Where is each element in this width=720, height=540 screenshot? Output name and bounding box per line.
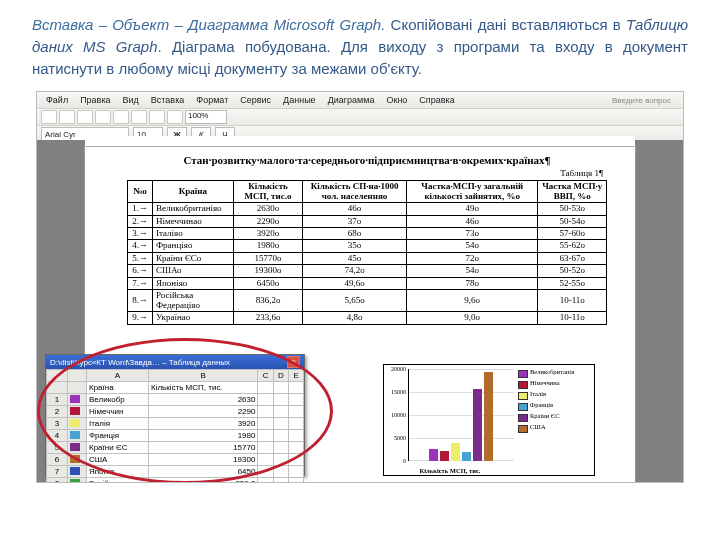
ds-row[interactable]: 3Італія3920 [47,418,304,430]
ds-row[interactable]: 6США19300 [47,454,304,466]
chart-ytick: 5000 [384,435,408,441]
table-header: №о [128,181,153,203]
chart-ytick: 20000 [384,366,408,372]
chart-ytick: 15000 [384,389,408,395]
table-header: Частка МСП·у ВВП, %о [538,181,607,203]
chart-bar [484,372,493,461]
row-color-icon [70,431,80,439]
legend-item: Великобританія [518,369,592,378]
row-color-icon [70,395,80,403]
undo-icon[interactable] [167,110,183,124]
copy-icon[interactable] [131,110,147,124]
ms-graph-chart[interactable]: 05000100001500020000 Кількість МСП, тис.… [383,364,595,476]
ds-col-header[interactable]: E [289,370,304,382]
legend-swatch-icon [518,370,528,378]
datasheet-titlebar: D:\dist\Курс«КТ Word\Завда… – Таблица да… [46,355,304,369]
legend-swatch-icon [518,381,528,389]
save-icon[interactable] [77,110,93,124]
ds-cell[interactable]: Кількість МСП, тис. [149,382,258,394]
close-icon[interactable]: × [287,356,300,368]
menu-view[interactable]: Вид [120,94,142,106]
menu-insert[interactable]: Вставка [148,94,187,106]
row-color-icon [70,407,80,415]
ds-row[interactable]: 2Німеччин2290 [47,406,304,418]
table-row: 2.→Німеччинао2290о37о46о50-54о [128,215,607,227]
chart-bar [473,389,482,462]
chart-bar [451,443,460,461]
row-color-icon [70,467,80,475]
ds-cell[interactable] [68,382,87,394]
ds-cell[interactable] [258,382,273,394]
legend-swatch-icon [518,403,528,411]
menu-window[interactable]: Окно [383,94,410,106]
chart-ytick: 0 [384,458,408,464]
menu-chart[interactable]: Диаграмма [325,94,378,106]
ds-col-header[interactable]: A [87,370,149,382]
table-row: 7.→Японіяо6450о49,6о78о52-55о [128,277,607,289]
legend-swatch-icon [518,425,528,433]
chart-bar [462,452,471,461]
zoom-select[interactable]: 100% [185,110,227,124]
menu-edit[interactable]: Правка [77,94,113,106]
standard-toolbar: 100% [37,109,683,126]
word-screenshot: Файл Правка Вид Вставка Формат Сервис Да… [36,91,684,483]
legend-swatch-icon [518,414,528,422]
ds-row[interactable]: 4Франція1980 [47,430,304,442]
ds-cell[interactable] [289,382,304,394]
ds-row[interactable]: 5Країни ЄС15770 [47,442,304,454]
datasheet-grid[interactable]: ABCDE КраїнаКількість МСП, тис. 1Великоб… [46,369,304,483]
legend-item: Німеччина [518,380,592,389]
instruction-text: Вставка – Объект – Диаграмма Microsoft G… [0,0,720,87]
row-color-icon [70,443,80,451]
ds-col-header[interactable]: B [149,370,258,382]
ds-cell[interactable] [47,382,68,394]
table-row: 9.→Українао233,6о4,8о9,0о10-11о [128,312,607,324]
table-row: 3.→Італіяо3920о68о73о57-60о [128,228,607,240]
paste-icon[interactable] [149,110,165,124]
menu-format[interactable]: Формат [193,94,231,106]
menubar: Файл Правка Вид Вставка Формат Сервис Да… [37,92,683,109]
print-icon[interactable] [95,110,111,124]
ds-row[interactable]: 7Японія6450 [47,466,304,478]
datasheet-title: D:\dist\Курс«КТ Word\Завда… – Таблица да… [50,358,230,367]
table-label: Таблиця 1¶ [127,168,603,178]
table-header: Кількість СП·на·1000 чол. населенняо [303,181,407,203]
table-row: 6.→СШАо19300о74,2о54о50-52о [128,265,607,277]
table-header: Країна [153,181,234,203]
table-header: Частка·МСП·у загальній кількості зайняти… [406,181,538,203]
menu-help[interactable]: Справка [416,94,457,106]
menu-file[interactable]: Файл [43,94,71,106]
help-search-hint[interactable]: Введите вопрос [606,96,677,105]
legend-item: Франція [518,402,592,411]
ds-col-header[interactable]: C [258,370,273,382]
data-table: №оКраїнаКількість МСП, тис.оКількість СП… [127,180,607,324]
table-row: 8.→Російська Федераціяо836,2о5,65о9,6о10… [128,290,607,312]
chart-xlabel: Кількість МСП, тис. [384,467,516,474]
cut-icon[interactable] [113,110,129,124]
row-color-icon [70,419,80,427]
graph-datasheet-window[interactable]: D:\dist\Курс«КТ Word\Завда… – Таблица да… [45,354,305,476]
ds-cell[interactable]: Країна [87,382,149,394]
menu-service[interactable]: Сервис [237,94,274,106]
menu-data[interactable]: Данные [280,94,319,106]
chart-bar [429,449,438,461]
ds-col-header[interactable] [68,370,87,382]
ds-row[interactable]: 8Російська836,2 [47,478,304,484]
ds-col-header[interactable]: D [273,370,288,382]
table-row: 5.→Країни ЄСо15770о45о72о63-67о [128,252,607,264]
chart-canvas: 05000100001500020000 Кількість МСП, тис. [384,365,516,475]
table-row: 4.→Франціяо1980о35о54о55-62о [128,240,607,252]
new-doc-icon[interactable] [41,110,57,124]
table-row: 1.→Великобританіяо2630о46о49о50-53о [128,203,607,215]
ds-col-header[interactable] [47,370,68,382]
row-color-icon [70,455,80,463]
legend-item: Країни ЄС [518,413,592,422]
chart-legend: ВеликобританіяНімеччинаІталіяФранціяКраї… [516,365,594,475]
breadcrumb-path: Вставка – Объект – Диаграмма Microsoft G… [32,16,385,33]
doc-title: Стан·розвитку·малого·та·середнього·підпр… [127,154,607,166]
legend-swatch-icon [518,392,528,400]
ds-row[interactable]: 1Великобр2630 [47,394,304,406]
open-icon[interactable] [59,110,75,124]
ds-cell[interactable] [273,382,288,394]
chart-bar [440,451,449,462]
